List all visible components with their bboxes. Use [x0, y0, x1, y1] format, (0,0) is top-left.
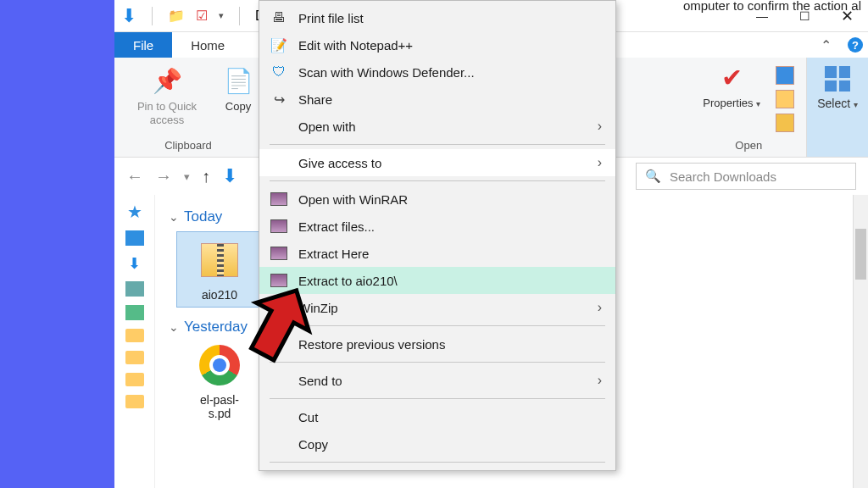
- shield-icon: 🛡: [270, 63, 288, 81]
- menu-separator: [270, 325, 605, 326]
- qat-folder-icon[interactable]: 📁: [168, 8, 185, 25]
- search-placeholder: Search Downloads: [670, 169, 776, 184]
- properties-button[interactable]: ✔ Properties ▾: [703, 63, 760, 110]
- nav-history-dropdown[interactable]: ▾: [184, 170, 190, 183]
- winrar-icon: [270, 244, 288, 263]
- select-label: Select: [817, 97, 850, 110]
- open-options-stack[interactable]: [776, 63, 794, 132]
- menu-open-winrar[interactable]: Open with WinRAR: [259, 186, 615, 213]
- menu-extract-here[interactable]: Extract Here: [259, 240, 615, 267]
- background-text-fragment: omputer to confirm the action al: [683, 0, 861, 13]
- divider: [152, 7, 153, 25]
- vertical-scrollbar[interactable]: [853, 195, 868, 488]
- open-option-icon[interactable]: [776, 66, 794, 85]
- edit-option-icon[interactable]: [776, 90, 794, 108]
- navigation-sidebar: ★ ⬇: [114, 195, 155, 488]
- history-option-icon[interactable]: [776, 114, 794, 132]
- file-name-label: aio210: [202, 288, 237, 302]
- scrollbar-thumb[interactable]: [855, 229, 866, 280]
- printer-icon: 🖶: [270, 8, 288, 27]
- help-icon[interactable]: ?: [848, 37, 863, 53]
- menu-separator: [270, 398, 605, 399]
- search-input[interactable]: 🔍 Search Downloads: [636, 163, 856, 190]
- sidebar-folder-icon[interactable]: [125, 351, 144, 364]
- copy-icon: 📄: [223, 66, 253, 97]
- downloads-folder-icon: ⬇: [121, 5, 136, 27]
- notepad-icon: 📝: [270, 36, 288, 54]
- quick-access-icon[interactable]: ★: [127, 202, 142, 222]
- divider: [239, 7, 240, 25]
- today-label: Today: [184, 208, 222, 225]
- sidebar-folder-icon[interactable]: [125, 373, 144, 386]
- archive-icon: [201, 243, 238, 277]
- file-item-pdf[interactable]: el-pasl- s.pd: [177, 342, 262, 420]
- winrar-icon: [270, 217, 288, 236]
- pin-to-quick-access-button[interactable]: 📌 Pin to Quick access: [123, 66, 211, 126]
- chevron-right-icon: ›: [598, 300, 602, 315]
- copy-button[interactable]: 📄 Copy: [223, 66, 253, 114]
- pin-label: Pin to Quick access: [123, 100, 211, 126]
- downloads-breadcrumb-icon: ⬇: [222, 165, 237, 187]
- menu-extract-files[interactable]: Extract files...: [259, 213, 615, 240]
- sidebar-item-downloads[interactable]: ⬇: [128, 254, 141, 273]
- menu-print-file-list[interactable]: 🖶Print file list: [259, 4, 615, 31]
- menu-scan-defender[interactable]: 🛡Scan with Windows Defender...: [259, 58, 615, 86]
- pin-icon: 📌: [152, 66, 182, 97]
- desktop-background: [0, 0, 114, 488]
- sidebar-folder-icon[interactable]: [125, 329, 144, 342]
- file-name-label: el-pasl- s.pd: [200, 393, 239, 420]
- sidebar-item-desktop[interactable]: [125, 230, 144, 246]
- winrar-icon: [270, 271, 288, 290]
- chevron-right-icon: ›: [598, 373, 602, 388]
- ribbon-group-select[interactable]: Select ▾: [807, 58, 868, 157]
- qat-dropdown-icon[interactable]: ▾: [219, 10, 224, 21]
- menu-share[interactable]: ↪Share: [259, 86, 615, 113]
- ribbon-group-clipboard: Clipboard: [164, 139, 212, 155]
- chevron-down-icon: ⌄: [169, 320, 179, 334]
- nav-forward-button[interactable]: →: [155, 167, 172, 186]
- chevron-right-icon: ›: [598, 155, 602, 170]
- menu-send-to[interactable]: Send to›: [259, 367, 615, 394]
- search-icon: 🔍: [645, 169, 661, 184]
- chevron-down-icon: ▾: [854, 100, 858, 109]
- winrar-icon: [270, 190, 288, 208]
- chevron-right-icon: ›: [598, 119, 602, 134]
- nav-up-button[interactable]: ↑: [202, 167, 210, 186]
- sidebar-folder-icon[interactable]: [125, 395, 144, 408]
- copy-label: Copy: [225, 100, 251, 114]
- ribbon-group-open-label: Open: [735, 139, 762, 155]
- menu-restore-previous-versions[interactable]: Restore previous versions: [259, 330, 615, 358]
- select-grid-icon: [825, 66, 850, 92]
- chrome-icon: [199, 345, 240, 385]
- menu-edit-notepadpp[interactable]: 📝Edit with Notepad++: [259, 31, 615, 58]
- menu-open-with[interactable]: Open with›: [259, 113, 615, 140]
- ribbon-expand-button[interactable]: ⌃: [809, 32, 843, 58]
- sidebar-item-pictures[interactable]: [125, 305, 144, 320]
- menu-extract-to-folder[interactable]: Extract to aio210\: [259, 267, 615, 294]
- menu-separator: [270, 144, 605, 145]
- yesterday-label: Yesterday: [184, 319, 248, 336]
- menu-cut[interactable]: Cut: [259, 403, 615, 430]
- properties-label: Properties: [703, 97, 753, 109]
- context-menu: 🖶Print file list 📝Edit with Notepad++ 🛡S…: [259, 0, 616, 471]
- properties-icon: ✔: [716, 63, 747, 93]
- ribbon-group-open: ✔ Properties ▾ Open: [691, 58, 807, 157]
- menu-separator: [270, 362, 605, 363]
- nav-back-button[interactable]: ←: [126, 167, 143, 186]
- menu-winzip[interactable]: WinZip›: [259, 294, 615, 321]
- file-item-aio210[interactable]: aio210: [177, 232, 262, 307]
- tab-home[interactable]: Home: [172, 32, 243, 58]
- menu-separator: [270, 180, 605, 181]
- sidebar-item-documents[interactable]: [125, 281, 144, 297]
- menu-give-access-to[interactable]: Give access to›: [259, 149, 615, 176]
- chevron-down-icon: ▾: [756, 99, 760, 108]
- menu-separator: [270, 462, 605, 463]
- menu-copy[interactable]: Copy: [259, 430, 615, 458]
- chevron-down-icon: ⌄: [169, 210, 179, 224]
- qat-checklist-icon[interactable]: ☑: [193, 8, 210, 25]
- tab-file[interactable]: File: [114, 32, 172, 58]
- share-icon: ↪: [270, 90, 288, 108]
